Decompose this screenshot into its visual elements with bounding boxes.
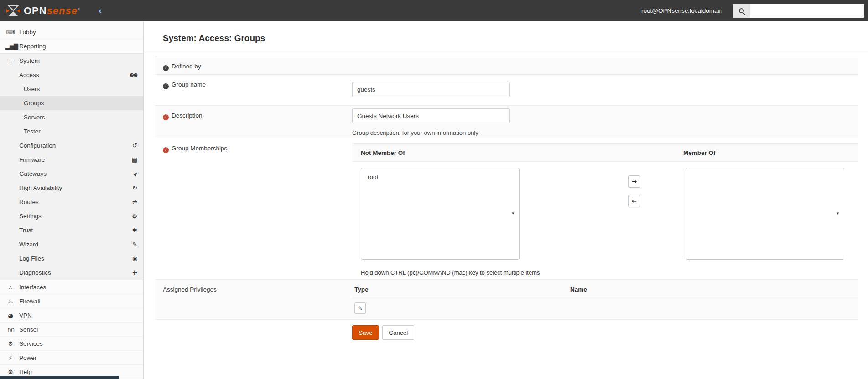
gears-icon: ⚙ xyxy=(132,213,137,220)
group-name-control xyxy=(352,75,858,105)
sidebar-item-high-availability[interactable]: High Availability ↻ xyxy=(0,181,143,195)
sidebar-item-servers[interactable]: Servers xyxy=(0,110,143,124)
sidebar-item-power[interactable]: ⚡ Power xyxy=(0,351,143,365)
form-row-assigned-privileges: Assigned Privileges Type Name ✎ xyxy=(155,280,858,320)
group-name-input[interactable] xyxy=(352,82,510,97)
memberships-body: root ▾ → ← ▾ xyxy=(352,162,858,264)
certificate-icon: ✱ xyxy=(132,227,137,234)
info-icon: i xyxy=(163,83,169,89)
sidebar-item-label: Wizard xyxy=(19,241,38,248)
sidebar-item-label: Firewall xyxy=(19,298,41,305)
sidebar-item-wizard[interactable]: Wizard ✎ xyxy=(0,237,143,251)
not-member-of-select[interactable]: root ▾ xyxy=(361,168,520,260)
sidebar-item-lobby[interactable]: ⌨ Lobby xyxy=(0,25,143,39)
sidebar-item-vpn[interactable]: ◕ VPN xyxy=(0,308,143,323)
main-content: System: Access: Groups iDefined by iGrou… xyxy=(144,21,868,379)
top-bar: OPNsense® ‹ root@OPNsense.localdomain xyxy=(0,0,868,21)
info-icon: i xyxy=(163,65,169,71)
opnsense-logo[interactable]: OPNsense® xyxy=(6,5,81,17)
sidebar-item-interfaces[interactable]: ∴ Interfaces xyxy=(0,280,143,294)
globe-icon: ◕ xyxy=(5,312,16,319)
sidebar-item-services[interactable]: ⚙ Services xyxy=(0,337,143,351)
global-search xyxy=(733,4,864,18)
sidebar-item-label: Servers xyxy=(24,114,45,121)
description-label: Description xyxy=(172,112,203,119)
sidebar-item-label: Groups xyxy=(24,100,44,107)
sidebar-item-label: Help xyxy=(19,369,32,375)
field-label: iGroup name xyxy=(155,75,352,105)
magic-wand-icon: ✎ xyxy=(132,241,137,248)
sidebar-item-users[interactable]: Users xyxy=(0,82,143,96)
description-help: Group description, for your own informat… xyxy=(352,129,858,136)
form-row-description: iDescription Group description, for your… xyxy=(155,106,858,138)
field-label: iDefined by xyxy=(155,56,352,74)
list-icon: ≡ xyxy=(5,57,16,64)
group-name-label: Group name xyxy=(172,81,206,88)
page-header: System: Access: Groups xyxy=(144,21,868,51)
sidebar-item-label: Trust xyxy=(19,227,33,234)
save-button[interactable]: Save xyxy=(352,325,379,340)
move-left-button[interactable]: ← xyxy=(628,195,640,207)
sidebar-item-tester[interactable]: Tester xyxy=(0,124,143,138)
form-actions: Save Cancel xyxy=(352,320,858,347)
select-option-root[interactable]: root xyxy=(361,168,519,180)
history-icon: ↺ xyxy=(132,142,137,149)
logo-text: OPNsense® xyxy=(24,5,81,17)
sidebar-item-label: Routes xyxy=(19,199,39,205)
form-row-group-memberships: iGroup Memberships Not Member Of Member … xyxy=(155,138,858,280)
move-right-button[interactable]: → xyxy=(628,175,640,188)
edit-privileges-button[interactable]: ✎ xyxy=(354,302,366,314)
sidebar-item-label: Settings xyxy=(19,213,42,220)
chevron-down-icon: ▾ xyxy=(512,211,514,215)
sidebar-item-firewall[interactable]: ♨ Firewall xyxy=(0,294,143,308)
privileges-table-header: Type Name xyxy=(352,286,858,298)
privileges-control: Type Name ✎ xyxy=(352,280,858,319)
name-column-header: Name xyxy=(570,286,587,293)
gear-icon: ⚙ xyxy=(5,340,16,347)
sidebar-item-label: Configuration xyxy=(19,142,56,149)
laptop-icon: ⌨ xyxy=(5,29,16,36)
sidebar-item-log-files[interactable]: Log Files ◉ xyxy=(0,251,143,266)
search-icon xyxy=(739,8,744,13)
page-title: System: Access: Groups xyxy=(163,33,858,43)
collapse-sidebar-icon[interactable]: ‹ xyxy=(98,6,102,16)
sidebar-nav: ⌨ Lobby ▂▅▇ Reporting ≡ System Access ☻☻… xyxy=(0,21,144,379)
sidebar-item-groups[interactable]: Groups xyxy=(0,96,143,110)
sidebar-item-label: Diagnostics xyxy=(19,269,51,276)
sidebar-item-gateways[interactable]: Gateways ▶ xyxy=(0,167,143,181)
description-input[interactable] xyxy=(352,108,510,123)
sidebar-item-reporting[interactable]: ▂▅▇ Reporting xyxy=(0,39,143,53)
member-of-select[interactable]: ▾ xyxy=(686,168,844,260)
sidebar-item-system[interactable]: ≡ System xyxy=(0,54,143,68)
sidebar-item-settings[interactable]: Settings ⚙ xyxy=(0,209,143,223)
sidebar-item-trust[interactable]: Trust ✱ xyxy=(0,223,143,237)
search-input[interactable] xyxy=(750,4,864,18)
sidebar-item-label: VPN xyxy=(19,312,32,319)
sidebar-item-label: Reporting xyxy=(19,43,46,50)
memberships-help: Hold down CTRL (pc)/COMMAND (mac) key to… xyxy=(361,269,858,276)
sidebar-item-configuration[interactable]: Configuration ↺ xyxy=(0,138,143,153)
sidebar-item-label: Tester xyxy=(24,128,41,135)
member-of-header: Member Of xyxy=(683,149,716,156)
defined-by-label: Defined by xyxy=(172,63,201,70)
plug-icon: ⚡ xyxy=(5,354,16,361)
sidebar-item-diagnostics[interactable]: Diagnostics ✚ xyxy=(0,266,143,280)
memberships-header: Not Member Of Member Of xyxy=(352,143,858,162)
field-label: iDescription xyxy=(155,106,352,138)
sidebar-item-label: High Availability xyxy=(19,184,62,191)
area-chart-icon: ▂▅▇ xyxy=(5,43,16,50)
sitemap-icon: ∴ xyxy=(5,284,16,291)
cancel-button[interactable]: Cancel xyxy=(382,325,414,340)
sidebar-item-access[interactable]: Access ☻☻ xyxy=(0,68,143,82)
refresh-icon: ↻ xyxy=(132,184,137,191)
registered-mark: ® xyxy=(78,7,81,11)
sidebar-item-label: System xyxy=(19,57,40,64)
sidebar-item-label: Firmware xyxy=(19,156,45,163)
eye-icon: ◉ xyxy=(132,255,137,262)
sidebar-item-routes[interactable]: Routes ⇌ xyxy=(0,195,143,209)
binoculars-icon: ∩∩ xyxy=(5,326,16,333)
field-label: iGroup Memberships xyxy=(155,138,352,279)
sidebar-item-firmware[interactable]: Firmware ▤ xyxy=(0,153,143,167)
defined-by-value xyxy=(352,56,858,74)
sidebar-item-sensei[interactable]: ∩∩ Sensei xyxy=(0,323,143,337)
